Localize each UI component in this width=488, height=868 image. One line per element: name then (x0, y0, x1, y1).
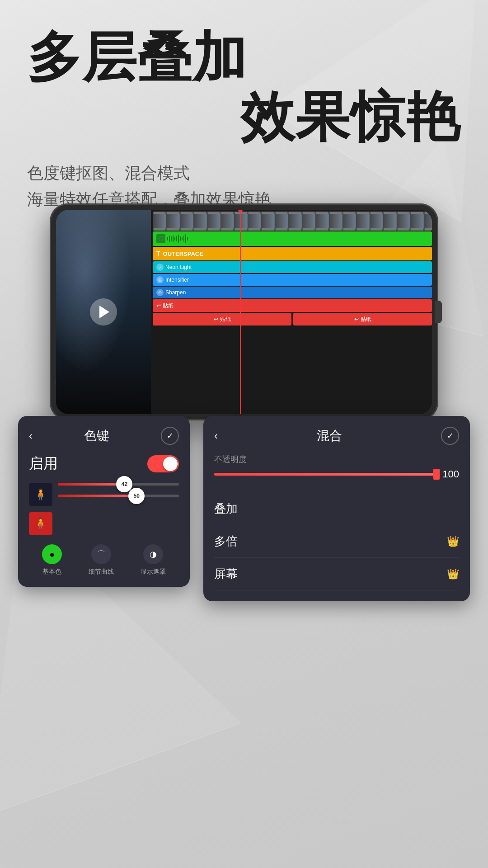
color-key-title: 色键 (33, 427, 161, 444)
subtitle-line1: 色度键抠图、混合模式 (27, 160, 461, 186)
phone-mockup: 🎵 (50, 203, 438, 420)
enable-toggle[interactable] (147, 455, 179, 472)
base-color-icon: ● (42, 544, 62, 564)
neon-track-icon: ♪ (156, 264, 164, 271)
slider-track-2[interactable]: 50 (58, 495, 179, 497)
sticker-track-right[interactable]: ↩ 贴纸 (293, 313, 432, 326)
wave-bar (167, 237, 168, 241)
slider-fill-1 (58, 483, 124, 486)
title-line1: 多层叠加 (27, 27, 461, 87)
neon-light-track[interactable]: ♪ Neon Light (153, 261, 432, 273)
sticker-label-left: 贴纸 (220, 316, 231, 323)
color-key-header: ‹ 色键 ✓ (29, 427, 179, 445)
title-line2: 效果惊艳 (27, 87, 461, 146)
sticker-label-1: 贴纸 (163, 302, 174, 310)
track-waveform (167, 234, 427, 243)
curve-icon: ⌒ (97, 549, 105, 560)
intensifier-track[interactable]: ◎ Intensifier (153, 274, 432, 286)
color-key-confirm-button[interactable]: ✓ (161, 427, 179, 445)
phone-side-button (435, 301, 442, 323)
slider-track-1[interactable]: 42 (58, 483, 179, 486)
opacity-track[interactable] (214, 473, 439, 476)
slider-row-1: 42 (58, 483, 179, 486)
slider-thumb-1[interactable]: 42 (116, 476, 132, 492)
wave-bar (185, 234, 186, 243)
wave-bar (180, 236, 181, 241)
sticker-icon-left: ↩ (214, 316, 218, 322)
opacity-label: 不透明度 (214, 454, 459, 465)
film-strip-track[interactable] (153, 212, 432, 231)
blend-multiply-label: 多倍 (214, 533, 238, 549)
circle-icon: ● (49, 549, 55, 560)
video-preview (56, 210, 151, 414)
mask-icon: ◑ (150, 549, 157, 559)
toggle-knob (163, 457, 178, 471)
blend-panel-title: 混合 (218, 427, 441, 444)
sharpen-track[interactable]: ◎ Sharpen (153, 287, 432, 298)
detail-curve-label: 细节曲线 (89, 568, 114, 576)
enable-label: 启用 (29, 454, 147, 474)
color-key-panel: ‹ 色键 ✓ 启用 🧍 🧍 (18, 416, 190, 587)
color-key-back-button[interactable]: ‹ (29, 429, 33, 442)
ck-icon-column: 🧍 🧍 (29, 483, 52, 535)
green-audio-track[interactable]: 🎵 (153, 231, 432, 246)
blend-confirm-button[interactable]: ✓ (441, 427, 459, 445)
wave-bar (183, 236, 184, 242)
header-section: 多层叠加 效果惊艳 色度键抠图、混合模式 海量特效任意搭配，叠加效果惊艳 (27, 27, 461, 212)
wave-bar (182, 237, 183, 240)
intensifier-track-label: Intensifier (165, 277, 189, 283)
blend-option-screen[interactable]: 屏幕 👑 (214, 558, 459, 590)
play-icon (99, 306, 109, 318)
sticker-label-right: 贴纸 (361, 316, 371, 323)
opacity-fill (214, 473, 439, 476)
blend-option-overlay[interactable]: 叠加 (214, 493, 459, 525)
blend-back-button[interactable]: ‹ (214, 429, 218, 442)
multiply-crown-icon: 👑 (447, 536, 459, 547)
play-button[interactable] (90, 298, 117, 326)
ck-person-red-icon: 🧍 (29, 512, 52, 535)
wave-bar (174, 237, 175, 241)
sticker-icon-1: ↩ (156, 302, 161, 309)
blend-option-multiply[interactable]: 多倍 👑 (214, 525, 459, 558)
wave-bar (187, 237, 188, 241)
opacity-value: 100 (442, 468, 459, 480)
bottom-icon-row: ● 基本色 ⌒ 细节曲线 ◑ 显示遮罩 (29, 544, 179, 576)
wave-bar (169, 236, 170, 242)
sticker-track-left[interactable]: ↩ 贴纸 (153, 313, 291, 326)
show-mask-item[interactable]: ◑ 显示遮罩 (141, 544, 166, 576)
color-key-sliders: 🧍 🧍 42 (29, 483, 179, 535)
blend-overlay-label: 叠加 (214, 501, 238, 517)
audio-track-icon: 🎵 (156, 234, 165, 243)
sticker-icon-right: ↩ (354, 316, 359, 322)
person-red-icon: 🧍 (34, 517, 47, 530)
detail-curve-icon: ⌒ (91, 544, 111, 564)
blend-screen-label: 屏幕 (214, 566, 238, 582)
slider-row-2: 50 (58, 495, 179, 497)
neon-track-label: Neon Light (165, 264, 192, 270)
sticker-track-full[interactable]: ↩ 贴纸 (153, 299, 432, 312)
opacity-slider-row: 100 (214, 468, 459, 480)
title-track[interactable]: T OUTERSPACE (153, 247, 432, 260)
show-mask-label: 显示遮罩 (141, 568, 166, 576)
wave-bar (178, 235, 179, 243)
base-color-item[interactable]: ● 基本色 (42, 544, 62, 576)
phone-screen: 🎵 (56, 210, 432, 414)
ck-person-dark-icon: 🧍 (29, 483, 52, 506)
opacity-thumb[interactable] (433, 469, 440, 480)
slider-fill-2 (58, 495, 136, 497)
title-track-label: OUTERSPACE (163, 250, 203, 257)
sticker-track-row: ↩ 贴纸 ↩ 贴纸 (153, 313, 432, 326)
slider-thumb-2[interactable]: 50 (128, 488, 145, 504)
film-strip-inner (153, 214, 432, 228)
panels-container: ‹ 色键 ✓ 启用 🧍 🧍 (18, 416, 470, 601)
slider-value-2: 50 (134, 493, 140, 499)
base-color-label: 基本色 (42, 568, 61, 576)
wave-bar (171, 236, 172, 241)
blend-panel: ‹ 混合 ✓ 不透明度 100 叠加 多倍 👑 屏幕 👑 (203, 416, 470, 601)
wave-bar (173, 235, 174, 242)
sharpen-track-icon: ◎ (156, 289, 164, 296)
title-track-icon: T (156, 250, 160, 257)
wave-bar (176, 236, 177, 241)
detail-curve-item[interactable]: ⌒ 细节曲线 (89, 544, 114, 576)
timeline-cursor (240, 210, 241, 414)
